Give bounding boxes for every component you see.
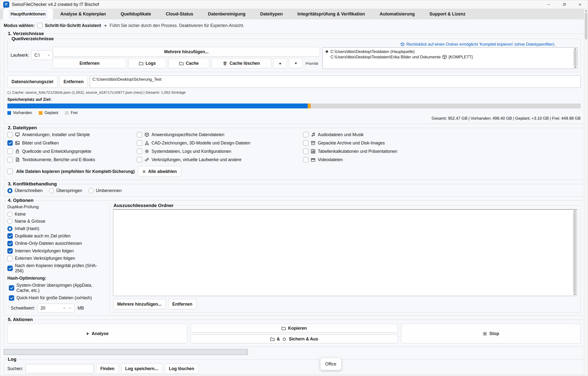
target-path-box[interactable]: C:\Users\itbis\Desktop\Sicherung_Test <box>90 76 581 88</box>
copy-button[interactable]: Kopieren <box>191 324 398 333</box>
all-copy-checkbox[interactable] <box>7 169 13 174</box>
hash-check[interactable]: System-Ordner überspringen (AppData, Cac… <box>9 283 105 293</box>
chevron-down-icon[interactable] <box>68 306 72 310</box>
tab[interactable]: Dateitypen <box>253 9 290 19</box>
backup-target-button[interactable]: Datensicherungsziel <box>7 76 57 88</box>
tab[interactable]: Analyse & Kopierplan <box>53 9 113 19</box>
scrollbar-thumb[interactable] <box>574 50 576 66</box>
move-down-button[interactable] <box>289 58 303 68</box>
tab[interactable]: Support & Lizenz <box>422 9 473 19</box>
add-multiple-sources-button[interactable]: Mehrere hinzufügen... <box>53 47 320 57</box>
close-button[interactable] <box>572 0 588 9</box>
move-up-button[interactable] <box>273 58 287 68</box>
tab[interactable]: Datenbereinigung <box>201 9 253 19</box>
option-checkbox[interactable] <box>7 256 13 261</box>
option-check[interactable]: Nach dem Kopieren Integrität prüfen (SHA… <box>7 263 105 273</box>
conflict-option[interactable]: Überspringen <box>49 188 82 193</box>
deselect-all-button[interactable]: Alle abwählen <box>138 166 181 177</box>
add-exclusions-button[interactable]: Mehrere hinzufügen... <box>113 299 166 309</box>
scroll-up-icon[interactable] <box>585 10 587 11</box>
filetype-checkbox[interactable] <box>137 149 142 154</box>
scroll-up-icon[interactable] <box>574 210 576 212</box>
option-checkbox[interactable] <box>7 241 13 246</box>
exclusions-list[interactable] <box>113 209 577 296</box>
filetype-option[interactable]: Textdokumente, Berichte und E-Books <box>7 157 137 162</box>
filetype-option[interactable]: CAD-Zeichnungen, 3D-Modelle und Design-D… <box>137 140 303 146</box>
conflict-radio[interactable] <box>49 188 54 193</box>
filetype-option[interactable]: Audiodateien und Musik <box>303 132 581 137</box>
threshold-spinner[interactable]: 20 <box>38 304 75 312</box>
office-popup-button[interactable]: Office <box>320 358 341 370</box>
option-check[interactable]: Online-Only-Dateien ausschliessen <box>7 241 105 246</box>
dup-radio[interactable] <box>7 212 13 217</box>
filetype-option[interactable]: Bilder und Grafiken <box>7 140 137 146</box>
filetype-checkbox[interactable] <box>303 157 308 162</box>
drive-select[interactable]: C:\ <box>31 51 53 60</box>
tab[interactable]: Cloud-Status <box>158 9 201 19</box>
source-folder-item[interactable]: C:\Users\itbis\Desktop\Testdaten (Hauptq… <box>325 49 572 54</box>
filetype-option[interactable]: Quellcode und Entwicklungsprojekte <box>7 149 137 154</box>
hash-checkbox[interactable] <box>9 285 14 291</box>
filetype-checkbox[interactable] <box>137 132 142 137</box>
source-list-scrollbar[interactable] <box>573 48 577 68</box>
filetype-option[interactable]: Anwendungsspezifische Datendateien <box>137 132 303 137</box>
tab[interactable]: Integritätsprüfung & Verifikation <box>290 9 372 19</box>
filetype-option[interactable]: Systemdateien, Logs und Konfigurationen <box>137 149 303 154</box>
logs-button[interactable]: Logs <box>128 58 166 68</box>
log-search-input[interactable] <box>26 364 94 373</box>
save-log-button[interactable]: Log speichern... <box>121 363 162 374</box>
filetype-checkbox[interactable] <box>7 149 13 154</box>
option-check[interactable]: Internen Verknüpfungen folgen <box>7 248 105 254</box>
window-scrollbar[interactable] <box>584 9 588 376</box>
option-checkbox[interactable] <box>7 248 13 254</box>
conflict-radio[interactable] <box>7 188 13 193</box>
dup-option[interactable]: Inhalt (Hash) <box>7 226 105 231</box>
tab[interactable]: Automatisierung <box>372 9 422 19</box>
scroll-down-icon[interactable] <box>574 294 576 295</box>
filetype-option[interactable]: Verknüpfungen, virtuelle Laufwerke und a… <box>137 157 303 162</box>
remove-target-button[interactable]: Entfernen <box>59 76 88 88</box>
filetype-checkbox[interactable] <box>7 132 13 137</box>
dup-option[interactable]: Name & Grösse <box>7 219 105 224</box>
scroll-down-icon[interactable] <box>574 67 576 68</box>
clear-log-button[interactable]: Log löschen <box>165 363 198 374</box>
filetype-option[interactable]: Gepackte Archive und Disk-Images <box>303 140 581 146</box>
backup-and-shutdown-button[interactable]: & Sichern & Aus <box>191 335 398 343</box>
dup-radio[interactable] <box>7 226 13 231</box>
wizard-checkbox[interactable] <box>37 23 42 28</box>
cache-button[interactable]: Cache <box>168 58 209 68</box>
clear-cache-button[interactable]: Cache löschen <box>211 58 271 68</box>
scrollbar-thumb[interactable] <box>573 212 576 293</box>
conflict-option[interactable]: Überschreiben <box>7 188 43 193</box>
restore-button[interactable] <box>556 0 572 9</box>
filetype-checkbox[interactable] <box>303 132 308 137</box>
exclusions-scrollbar[interactable] <box>573 210 576 296</box>
minimize-button[interactable] <box>541 0 556 9</box>
complete-copy-hint-link[interactable]: Rechtsklick auf einen Ordner ermöglicht … <box>322 41 577 47</box>
filetype-checkbox[interactable] <box>7 157 13 162</box>
hash-checkbox[interactable] <box>9 295 14 301</box>
hash-check[interactable]: Quick-Hash für große Dateien (xxHash) <box>9 295 105 301</box>
conflict-radio[interactable] <box>89 188 94 193</box>
tab[interactable]: Hauptfunktionen <box>3 9 53 19</box>
option-check[interactable]: Duplikate auch im Ziel prüfen <box>7 233 105 239</box>
option-checkbox[interactable] <box>7 233 13 239</box>
analyse-button[interactable]: Analyse <box>7 324 187 343</box>
filetype-option[interactable]: Videodateien <box>303 157 581 162</box>
scrollbar-thumb[interactable] <box>585 13 587 39</box>
source-folder-list[interactable]: C:\Users\itbis\Desktop\Testdaten (Hauptq… <box>322 47 577 69</box>
filetype-checkbox[interactable] <box>303 140 308 146</box>
filetype-option[interactable]: Anwendungen, Installer und Skripte <box>7 132 137 137</box>
remove-exclusion-button[interactable]: Entfernen <box>168 299 197 309</box>
stop-button[interactable]: Stop <box>401 324 581 343</box>
filetype-option[interactable]: Tabellenkalkulationen und Präsentationen <box>303 149 581 154</box>
dup-radio[interactable] <box>7 219 13 224</box>
filetype-checkbox[interactable] <box>303 149 308 154</box>
option-check[interactable]: Externen Verknüpfungen folgen <box>7 256 105 261</box>
conflict-option[interactable]: Umbenennen <box>89 188 122 193</box>
remove-source-button[interactable]: Entfernen <box>53 58 126 68</box>
option-checkbox[interactable] <box>7 266 13 271</box>
filetype-checkbox[interactable] <box>137 157 142 162</box>
filetype-checkbox[interactable] <box>7 140 13 146</box>
chevron-up-icon[interactable] <box>63 306 66 310</box>
